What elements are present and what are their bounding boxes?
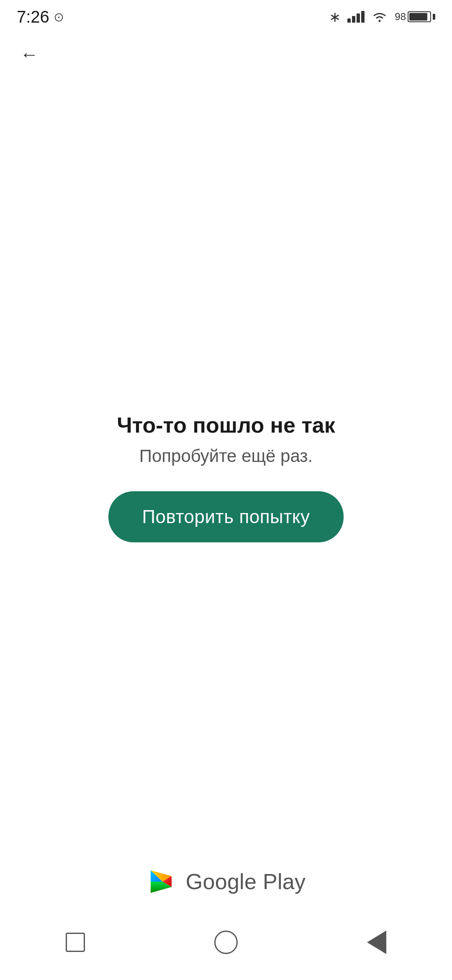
nav-home-button[interactable] <box>209 926 243 959</box>
google-play-brand: Google Play <box>146 867 306 896</box>
google-play-logo-icon <box>146 867 176 896</box>
recent-apps-icon <box>66 933 85 952</box>
nav-bar <box>0 913 452 980</box>
back-icon <box>367 931 386 954</box>
home-icon <box>214 931 238 954</box>
error-section: Что-то пошло не так Попробуйте ещё раз. … <box>108 413 343 542</box>
google-play-section: Google Play <box>0 867 452 896</box>
error-subtitle: Попробуйте ещё раз. <box>139 446 313 466</box>
nav-back-button[interactable] <box>360 926 393 959</box>
retry-button[interactable]: Повторить попытку <box>108 491 343 542</box>
google-play-text: Google Play <box>186 869 306 894</box>
error-title: Что-то пошло не так <box>117 413 335 438</box>
main-content: Что-то пошло не так Попробуйте ещё раз. … <box>0 0 452 980</box>
nav-recent-button[interactable] <box>59 926 92 959</box>
